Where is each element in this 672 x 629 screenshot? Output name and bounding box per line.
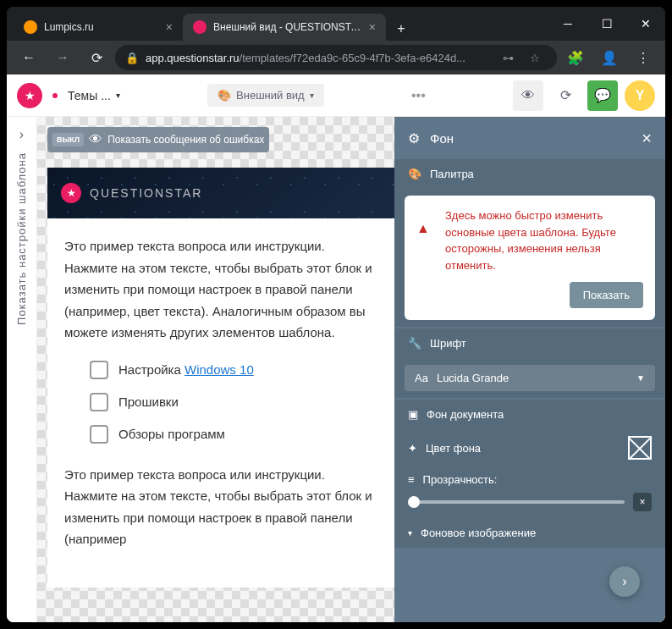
breadcrumb-themes[interactable]: Темы ... ▾	[68, 89, 120, 102]
color-icon: ✦	[408, 442, 417, 455]
tab-lumpics[interactable]: Lumpics.ru ×	[14, 14, 183, 41]
survey-paragraph[interactable]: Это пример текста вопроса или инструкции…	[64, 464, 377, 550]
layers-icon: ▣	[408, 408, 418, 421]
survey-paragraph[interactable]: Это пример текста вопроса или инструкции…	[64, 235, 377, 344]
maximize-button[interactable]: ☐	[587, 7, 626, 41]
chevron-down-icon: ▾	[310, 91, 314, 100]
favicon-icon	[193, 20, 207, 34]
feedback-button[interactable]: 💬	[587, 80, 618, 111]
back-button[interactable]: ←	[14, 42, 44, 73]
properties-panel: ⚙ Фон × 🎨 Палитра ▲ Здесь можно быстро и…	[394, 117, 665, 622]
chevron-down-icon: ▾	[116, 91, 120, 100]
eye-off-icon: 👁	[89, 132, 102, 147]
section-palette: 🎨 Палитра ▲ Здесь можно быстро изменить …	[394, 159, 665, 327]
tab-title: Lumpics.ru	[44, 21, 159, 33]
toggle-label: Показать сообщения об ошибках	[107, 134, 264, 146]
lock-icon: 🔒	[125, 52, 139, 64]
palette-icon: 🎨	[218, 89, 231, 102]
next-step-button[interactable]: ›	[609, 566, 640, 597]
app-toolbar: Темы ... ▾ 🎨 Внешний вид ▾ ••• 👁 ⟳ 💬 Y	[7, 74, 665, 117]
close-icon[interactable]: ×	[166, 20, 173, 34]
clear-opacity-button[interactable]: ×	[633, 493, 652, 511]
section-header[interactable]: 🔧 Шрифт	[394, 328, 665, 358]
survey-options: Настройка Windows 10 Прошивки Обзоры про…	[64, 361, 377, 444]
font-icon: Aa	[415, 372, 428, 384]
profile-button[interactable]: 👤	[594, 42, 625, 73]
slider-thumb[interactable]	[408, 496, 420, 508]
chevron-down-icon: ▾	[408, 528, 412, 538]
forward-button: →	[47, 42, 78, 73]
option-label: Прошивки	[118, 395, 179, 409]
url-text: app.questionstar.ru/templates/f72eda9c-6…	[146, 52, 465, 64]
star-icon[interactable]: ☆	[523, 46, 547, 69]
expand-sidebar-button[interactable]: ›	[19, 127, 24, 142]
menu-button[interactable]: ⋮	[628, 42, 658, 73]
canvas-area: ВЫКЛ 👁 Показать сообщения об ошибках ★ Q…	[37, 117, 394, 622]
favicon-icon	[24, 20, 37, 34]
minimize-button[interactable]: ─	[548, 7, 587, 41]
gear-icon: ⚙	[408, 130, 420, 146]
opacity-label: Прозрачность:	[423, 473, 498, 486]
view-mode-button[interactable]: 🎨 Внешний вид ▾	[207, 84, 324, 107]
breadcrumb-dot-icon	[52, 93, 58, 98]
survey-logo-icon: ★	[61, 183, 81, 203]
section-header[interactable]: 🎨 Палитра	[394, 159, 665, 189]
extensions-button[interactable]: 🧩	[560, 42, 591, 73]
sidebar-label[interactable]: Показать настройки шаблона	[15, 152, 28, 325]
survey-preview[interactable]: ★ QUESTIONSTAR Это пример текста вопроса…	[47, 168, 394, 588]
warning-text: Здесь можно быстро изменить основные цве…	[416, 207, 643, 273]
tab-title: Внешний вид - QUESTIONSTAR	[213, 21, 362, 33]
palette-icon: 🎨	[408, 168, 421, 180]
palette-warning: ▲ Здесь можно быстро изменить основные ц…	[405, 196, 655, 320]
font-value: Lucida Grande	[437, 372, 509, 384]
url-field[interactable]: 🔒 app.questionstar.ru/templates/f72eda9c…	[115, 45, 557, 70]
key-icon[interactable]: ⊶	[496, 46, 520, 69]
user-avatar[interactable]: Y	[625, 80, 655, 111]
section-header[interactable]: ▣ Фон документа	[394, 400, 665, 429]
reload-button[interactable]: ⟳	[81, 42, 112, 73]
opacity-row: ≡ Прозрачность:	[394, 466, 665, 493]
new-tab-button[interactable]: +	[389, 17, 413, 41]
survey-header[interactable]: ★ QUESTIONSTAR	[47, 168, 394, 218]
sync-button[interactable]: ⟳	[550, 80, 581, 111]
option-row[interactable]: Обзоры программ	[90, 425, 377, 444]
color-swatch-none[interactable]	[628, 436, 652, 460]
warning-icon: ▲	[416, 221, 430, 236]
wrench-icon: 🔧	[408, 337, 421, 350]
font-select[interactable]: Aa Lucida Grande ▼	[405, 365, 655, 391]
tab-questionstar[interactable]: Внешний вид - QUESTIONSTAR ×	[183, 14, 386, 41]
section-font: 🔧 Шрифт Aa Lucida Grande ▼	[394, 328, 665, 398]
survey-brand: QUESTIONSTAR	[90, 186, 202, 200]
opacity-slider[interactable]	[408, 500, 625, 504]
option-row[interactable]: Прошивки	[90, 393, 377, 411]
url-bar: ← → ⟳ 🔒 app.questionstar.ru/templates/f7…	[7, 41, 665, 74]
section-document-bg: ▣ Фон документа ✦ Цвет фона ≡ Прозрачнос…	[394, 400, 665, 548]
error-messages-toggle[interactable]: ВЫКЛ 👁 Показать сообщения об ошибках	[47, 127, 269, 152]
checkbox[interactable]	[90, 425, 108, 444]
opacity-slider-row: ×	[394, 493, 665, 518]
option-row[interactable]: Настройка Windows 10	[90, 361, 377, 379]
section-bg-image[interactable]: ▾ Фоновое изображение	[394, 518, 665, 548]
chevron-down-icon: ▼	[636, 373, 645, 383]
app-logo-icon[interactable]	[17, 83, 42, 108]
close-icon[interactable]: ×	[369, 20, 376, 34]
left-sidebar: › Показать настройки шаблона	[7, 117, 37, 622]
panel-title: Фон	[430, 131, 631, 146]
show-palette-button[interactable]: Показать	[570, 282, 643, 308]
option-label: Настройка Windows 10	[118, 362, 254, 377]
checkbox[interactable]	[90, 361, 108, 379]
panel-header: ⚙ Фон ×	[394, 117, 665, 159]
checkbox[interactable]	[90, 393, 108, 411]
close-window-button[interactable]: ✕	[626, 7, 665, 41]
bg-color-row: ✦ Цвет фона	[394, 429, 665, 466]
bg-color-label: Цвет фона	[426, 442, 481, 455]
toggle-state-badge: ВЫКЛ	[52, 133, 84, 146]
option-link[interactable]: Windows 10	[185, 362, 254, 377]
opacity-icon: ≡	[408, 473, 415, 486]
preview-button[interactable]: 👁	[513, 80, 543, 111]
more-icon[interactable]: •••	[411, 88, 426, 103]
close-panel-button[interactable]: ×	[642, 129, 652, 148]
option-label: Обзоры программ	[118, 427, 225, 441]
